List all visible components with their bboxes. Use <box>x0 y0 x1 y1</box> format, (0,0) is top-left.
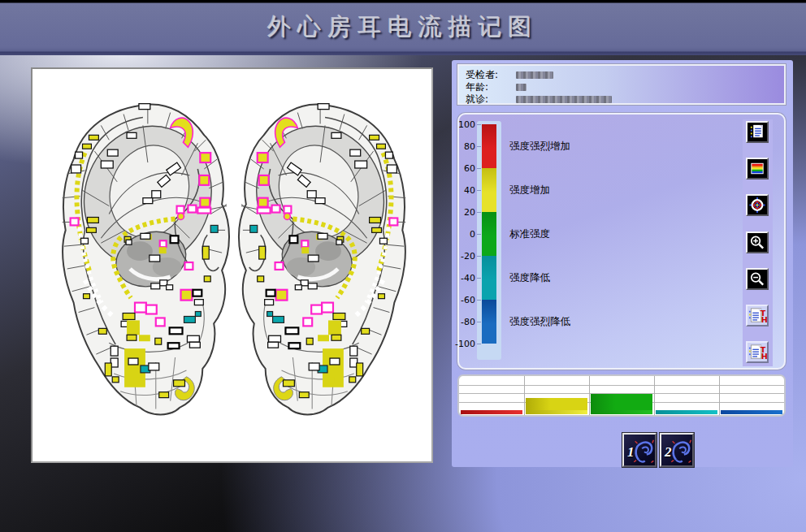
scale-tick-mark <box>477 322 481 322</box>
report-button[interactable] <box>746 121 769 143</box>
chart-gridline <box>524 376 525 415</box>
patient-field: 受检者: <box>466 69 553 80</box>
ear-point-marker <box>188 205 196 213</box>
ear-point-marker <box>152 191 161 198</box>
ear-point-marker <box>197 208 210 214</box>
scale-segment-label: 强度增加 <box>509 184 550 197</box>
ear-button-number: 2 <box>665 444 672 461</box>
ear-point-marker <box>266 290 275 296</box>
target-icon <box>748 196 767 214</box>
document-th-icon: TH <box>748 343 767 361</box>
ear-point-marker <box>272 205 280 213</box>
chart-bar <box>526 398 587 410</box>
ear-point-marker <box>306 338 313 344</box>
ear-point-marker <box>327 378 335 384</box>
ear-point-marker <box>87 217 98 223</box>
ear-point-marker <box>107 149 118 156</box>
zoom-in-button[interactable] <box>746 231 769 253</box>
scale-segment-label: 强度强烈增加 <box>509 140 570 154</box>
right-panel: 受检者:年龄:就诊: 100806040200-20-40-60-80-100 … <box>452 60 793 467</box>
chart-bar <box>591 394 652 410</box>
ear-point-marker <box>322 303 333 313</box>
ear-point-marker <box>184 316 195 322</box>
report-icon <box>748 123 767 141</box>
ear-point-marker <box>72 165 81 173</box>
ear-point-marker <box>76 152 83 158</box>
scale-tick-mark <box>477 124 481 125</box>
patient-field-label: 受检者: <box>466 69 516 80</box>
scale-segment-label: 强度降低 <box>509 271 550 285</box>
ear-point-marker <box>284 214 290 220</box>
patient-field-label: 年龄: <box>466 81 516 93</box>
right-ear <box>239 104 406 415</box>
scale-segment <box>482 300 496 344</box>
ear-point-marker <box>349 377 356 383</box>
ear-point-marker <box>141 233 150 239</box>
ear-point-marker <box>127 320 140 335</box>
ear-point-marker <box>289 236 297 243</box>
patient-field-value-masked <box>516 71 553 79</box>
report-th-button[interactable]: TH <box>746 305 769 327</box>
scale-tick-label: 40 <box>454 185 475 196</box>
color-scale-bar <box>482 124 496 344</box>
ear-point-marker <box>139 104 150 110</box>
ear-point-marker <box>301 240 308 247</box>
ear-point-marker <box>143 198 153 204</box>
scale-tick-mark <box>477 278 481 279</box>
patient-field-value-masked <box>516 84 526 91</box>
ear-point-marker <box>127 132 136 138</box>
ear-point-marker <box>149 363 159 370</box>
ear-point-marker <box>330 358 340 365</box>
scale-tick-mark <box>477 212 481 213</box>
left-ear <box>63 104 230 415</box>
zoom-in-icon <box>748 233 767 252</box>
ear-point-marker <box>171 236 179 243</box>
chart-gridline <box>459 385 784 386</box>
zoom-out-button[interactable] <box>746 268 769 290</box>
ear-2-button[interactable]: 2 <box>660 433 694 467</box>
chart-category-strip <box>721 410 782 414</box>
ear-map-canvas <box>31 67 433 463</box>
zoom-out-icon <box>748 270 767 288</box>
ear-point-marker <box>318 104 329 110</box>
patient-info-box: 受检者:年龄:就诊: <box>457 64 786 105</box>
ear-point-marker <box>258 208 271 214</box>
ear-button-number: 1 <box>627 444 635 461</box>
scale-tick-label: -40 <box>454 273 475 283</box>
scale-segment <box>482 168 496 212</box>
title-bar: 外心房耳电流描记图 <box>0 0 806 55</box>
ear-point-marker <box>258 198 268 207</box>
ear-point-marker <box>126 240 132 244</box>
ear-point-marker <box>204 276 210 282</box>
calibrate-button[interactable] <box>746 194 769 216</box>
ear-point-marker <box>372 227 382 232</box>
ear-point-marker <box>295 285 301 290</box>
ear-point-marker <box>387 165 396 173</box>
ear-point-marker <box>309 363 319 370</box>
report-th-button-2[interactable]: TH <box>746 341 769 363</box>
ear-point-marker <box>151 283 160 289</box>
ear-point-marker <box>200 198 210 207</box>
ear-point-marker <box>167 285 173 290</box>
ear-point-marker <box>308 283 317 289</box>
color-scale-button[interactable] <box>746 158 769 179</box>
ear-point-marker <box>328 320 341 335</box>
ear-point-marker <box>146 305 157 314</box>
chart-category-strip <box>461 410 522 414</box>
ear-point-marker <box>81 238 89 244</box>
legend-panel: 100806040200-20-40-60-80-100 强度强烈增加强度增加标… <box>457 113 786 370</box>
ear-point-marker <box>350 149 361 156</box>
ear-point-marker <box>333 314 345 320</box>
ear-1-button[interactable]: 1 <box>622 433 656 467</box>
ear-point-marker <box>127 335 136 340</box>
svg-text:H: H <box>761 352 767 361</box>
ear-point-marker <box>307 191 316 198</box>
ear-point-marker <box>200 153 210 162</box>
ear-point-marker <box>128 358 138 365</box>
ear-point-marker <box>379 238 387 244</box>
ear-point-marker <box>357 363 363 376</box>
scale-tick-mark <box>477 190 481 191</box>
ear-point-marker <box>318 233 327 239</box>
scale-tick-mark <box>477 168 481 169</box>
ear-point-marker <box>112 377 119 383</box>
